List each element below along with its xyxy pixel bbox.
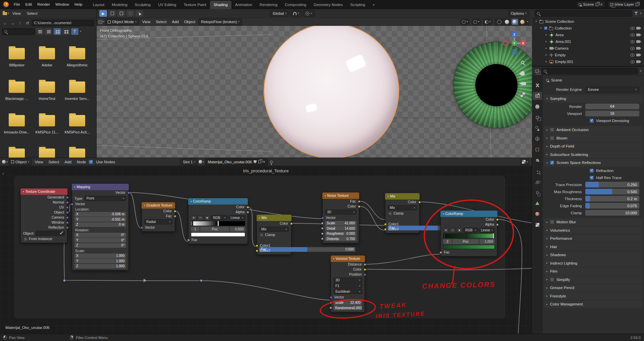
- section-depth-of-field[interactable]: Depth of Field: [544, 143, 643, 150]
- tab-material[interactable]: [533, 210, 542, 218]
- menu-window[interactable]: Window: [53, 0, 72, 9]
- viewport-denoising-checkbox[interactable]: [590, 119, 594, 123]
- folder-item[interactable]: [32, 145, 62, 158]
- rotation-x-field[interactable]: X0°: [74, 233, 126, 237]
- material-browse-icon[interactable]: [199, 160, 202, 164]
- properties-editor-icon[interactable]: [535, 69, 539, 73]
- location-y-field[interactable]: Y-0.501 m: [74, 217, 126, 222]
- viewport-menu-view[interactable]: View: [140, 20, 153, 24]
- viewport-canvas[interactable]: Front Orthographic (47) Collection | Sph…: [97, 26, 532, 158]
- pin-icon[interactable]: [270, 161, 273, 163]
- node-colorramp-1[interactable]: ColorRamp Color Alpha + − ▾ RGB Linear 1…: [188, 198, 248, 244]
- half-res-trace-checkbox[interactable]: [590, 176, 594, 180]
- viewport-samples-field[interactable]: 16: [585, 111, 639, 116]
- shader-menu-view[interactable]: View: [33, 160, 46, 164]
- clamp-checkbox[interactable]: [388, 212, 392, 215]
- filter-options-chevron-icon[interactable]: ▾: [80, 30, 81, 33]
- node-header[interactable]: Mix: [385, 193, 420, 200]
- scale-field[interactable]: Scale22.400: [333, 300, 362, 305]
- menu-file[interactable]: File: [11, 0, 23, 9]
- from-instancer-checkbox[interactable]: [24, 237, 27, 241]
- socket-icon[interactable]: [358, 200, 361, 203]
- socket-icon[interactable]: [329, 301, 332, 304]
- max-roughness-slider[interactable]: 0.500: [585, 189, 639, 194]
- rotation-z-field[interactable]: Z0°: [74, 243, 126, 248]
- hide-viewport-icon[interactable]: [630, 47, 635, 50]
- node-mix-2[interactable]: Mix Color Mix Clamp Fac0.525 Color1 Colo…: [385, 193, 420, 233]
- socket-icon[interactable]: [329, 306, 332, 309]
- section-sampling[interactable]: Sampling: [544, 95, 643, 103]
- outliner-item-collection[interactable]: ▾ Collection: [532, 25, 644, 32]
- object-visibility-dropdown[interactable]: ▾: [460, 18, 470, 25]
- display-thumbnail-button[interactable]: [54, 28, 61, 35]
- view-layer-selector[interactable]: View Layer: [608, 1, 641, 8]
- tab-object[interactable]: [533, 146, 542, 154]
- filter-icon[interactable]: [634, 12, 638, 15]
- socket-icon[interactable]: [358, 205, 361, 208]
- ramp-options-button[interactable]: ▾: [204, 215, 210, 220]
- ortho-toggle-icon[interactable]: [518, 90, 527, 99]
- socket-icon[interactable]: [66, 226, 69, 229]
- tab-constraints[interactable]: [533, 188, 542, 196]
- workspace-tab-rendering[interactable]: Rendering: [256, 1, 281, 9]
- gizmo-axis-z-neg[interactable]: [512, 49, 517, 55]
- interpolation-dropdown[interactable]: Linear: [479, 228, 495, 233]
- gizmo-axis-z[interactable]: Z: [512, 32, 517, 37]
- socket-icon[interactable]: [71, 203, 73, 206]
- node-header[interactable]: Texture Coordinate: [20, 188, 67, 195]
- color-mode-dropdown[interactable]: RGB: [211, 215, 228, 220]
- workspace-tab-scripting[interactable]: Scripting: [346, 1, 369, 9]
- fake-user-icon[interactable]: [254, 160, 257, 164]
- socket-icon[interactable]: [384, 228, 387, 231]
- outliner-item-empty[interactable]: ▸ Empty: [532, 52, 644, 58]
- workspace-tab-sculpting[interactable]: Sculpting: [131, 1, 154, 9]
- randomness-field[interactable]: Randomnes0.000: [333, 305, 362, 310]
- section-indirect-lighting[interactable]: Indirect Lighting: [544, 259, 643, 267]
- simplify-checkbox[interactable]: [550, 278, 554, 282]
- socket-icon[interactable]: [321, 232, 324, 235]
- disclosure-icon[interactable]: ▸: [545, 40, 548, 43]
- hide-viewport-icon[interactable]: [630, 34, 635, 37]
- socket-icon[interactable]: [290, 222, 293, 225]
- outliner-item-camera[interactable]: ▸ Camera: [532, 45, 644, 52]
- location-z-field[interactable]: Z0 m: [74, 222, 126, 227]
- disclosure-icon[interactable]: ▸: [545, 47, 548, 50]
- outliner-item-empty-001[interactable]: ▸ Empty.001: [532, 58, 644, 65]
- stop-color-swatch[interactable]: [443, 245, 495, 249]
- socket-icon[interactable]: [174, 210, 176, 213]
- folder-item[interactable]: 888poker: [2, 44, 32, 77]
- clamp-slider[interactable]: 10.000: [585, 210, 639, 216]
- use-nodes-checkbox[interactable]: [89, 160, 93, 164]
- interpolation-dropdown[interactable]: Linear: [229, 215, 246, 220]
- shader-editor-icon[interactable]: [2, 160, 6, 164]
- disable-render-icon[interactable]: [636, 34, 640, 36]
- bloom-checkbox[interactable]: [550, 136, 554, 140]
- socket-icon[interactable]: [418, 201, 421, 204]
- tab-world[interactable]: [533, 135, 542, 143]
- add-stop-button[interactable]: +: [443, 228, 449, 233]
- socket-icon[interactable]: [187, 239, 190, 241]
- disable-render-icon[interactable]: [636, 40, 640, 43]
- back-icon[interactable]: ←: [2, 21, 8, 25]
- workspace-tab-texture-paint[interactable]: Texture Paint: [180, 1, 210, 9]
- shader-type-dropdown[interactable]: Object: [8, 159, 32, 165]
- socket-icon[interactable]: [247, 211, 249, 214]
- workspace-tab-animation[interactable]: Animation: [231, 1, 256, 9]
- unlink-icon[interactable]: ✕: [263, 160, 265, 164]
- section-film[interactable]: Film: [544, 268, 643, 275]
- shading-solid-button[interactable]: [504, 19, 511, 25]
- ramp-stop[interactable]: [192, 221, 193, 226]
- navigation-gizmo[interactable]: Z Y X: [498, 26, 531, 60]
- socket-icon[interactable]: [321, 237, 324, 240]
- hide-viewport-icon[interactable]: [630, 40, 635, 43]
- close-icon[interactable]: ✕: [600, 3, 603, 6]
- socket-icon[interactable]: [66, 206, 69, 209]
- thickness-slider[interactable]: 0.2 m: [585, 196, 639, 202]
- folder-item[interactable]: kmsauto-Dow...: [2, 111, 32, 145]
- options-dropdown[interactable]: Options: [508, 10, 529, 17]
- eyeball-object[interactable]: [264, 26, 398, 158]
- transform-orientation-dropdown[interactable]: Global: [270, 10, 289, 17]
- section-screen-space-reflections[interactable]: Screen Space Reflections: [544, 159, 643, 167]
- ramp-stop-selected[interactable]: [492, 233, 494, 239]
- stop-index-field[interactable]: 1: [191, 227, 200, 232]
